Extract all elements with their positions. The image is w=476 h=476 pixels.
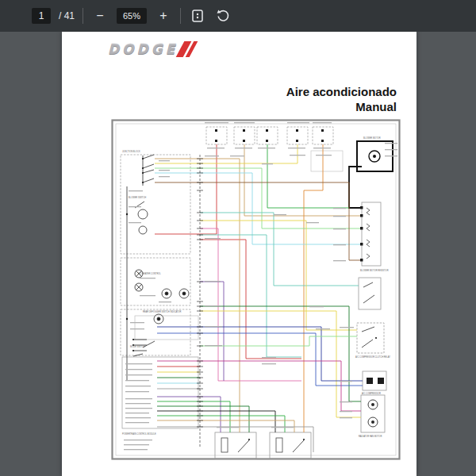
document-title: Aire acondicionado Manual (286, 84, 397, 114)
toolbar-divider (180, 8, 181, 24)
wiring-diagram-svg: JUNCTION BLOCKBLOWER SWITCHA/C HEATER CO… (111, 119, 401, 460)
diagram-label: RADIATOR FAN MOTOR (359, 435, 382, 438)
wiring-diagram: JUNCTION BLOCKBLOWER SWITCHA/C HEATER CO… (111, 119, 401, 460)
diagram-label: POWERTRAIN CONTROL MODULE (122, 432, 156, 436)
page-number-input[interactable]: 1 (32, 8, 51, 24)
fit-page-icon[interactable] (189, 7, 206, 25)
toolbar-divider (83, 8, 83, 24)
diagram-label: BLOWER MOTOR (363, 136, 381, 140)
diagram-label: A/C HEATER CONTROL (138, 272, 161, 275)
dodge-logo-text: DODGE (108, 41, 178, 57)
dodge-logo: DODGE (108, 39, 194, 60)
diagram-label: A/C COMPRESSOR (362, 392, 381, 395)
diagram-label: JUNCTION BLOCK (122, 150, 140, 153)
diagram-label: BLOWER MOTOR RESISTOR (360, 269, 389, 272)
diagram-label: REAR DEFOGGER SWITCH INDICATOR (143, 310, 182, 313)
document-title-line2: Manual (286, 99, 397, 114)
pdf-page: DODGE Aire acondicionado Manual (62, 32, 416, 476)
diagram-label: MODE SWITCH (130, 345, 145, 348)
zoom-out-button[interactable]: − (91, 7, 109, 25)
page-number-value: 1 (39, 10, 44, 21)
zoom-level-value: 65% (123, 11, 140, 21)
zoom-in-button[interactable]: + (155, 7, 172, 25)
diagram-label: A/C COMPRESSOR CLUTCH RELAY (355, 355, 390, 359)
pdf-toolbar: 1 / 41 − 65% + (0, 0, 476, 32)
rotate-counterclockwise-icon[interactable] (214, 7, 232, 25)
diagram-label: BLOWER SWITCH (129, 196, 146, 199)
page-count-label: / 41 (59, 10, 75, 21)
zoom-level-input[interactable]: 65% (117, 8, 147, 24)
document-title-line1: Aire acondicionado (286, 84, 397, 99)
